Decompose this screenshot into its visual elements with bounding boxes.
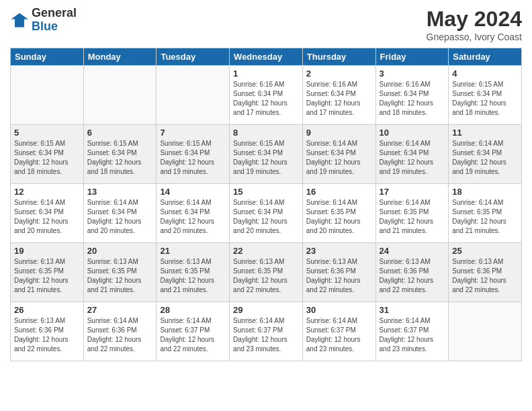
day-number: 25 bbox=[452, 246, 518, 256]
day-number: 19 bbox=[14, 246, 80, 256]
col-header-wednesday: Wednesday bbox=[230, 48, 303, 66]
day-number: 14 bbox=[160, 187, 226, 197]
day-number: 15 bbox=[233, 187, 299, 197]
calendar-week-row: 12Sunrise: 6:14 AM Sunset: 6:34 PM Dayli… bbox=[11, 184, 522, 243]
day-info: Sunrise: 6:13 AM Sunset: 6:35 PM Dayligh… bbox=[14, 257, 80, 295]
day-info: Sunrise: 6:13 AM Sunset: 6:36 PM Dayligh… bbox=[14, 316, 80, 354]
day-number: 2 bbox=[306, 68, 372, 79]
day-number: 11 bbox=[452, 128, 518, 138]
page: General Blue May 2024 Gnepasso, Ivory Co… bbox=[0, 0, 532, 411]
calendar-day-cell: 15Sunrise: 6:14 AM Sunset: 6:34 PM Dayli… bbox=[230, 184, 303, 243]
day-number: 6 bbox=[87, 128, 153, 138]
day-info: Sunrise: 6:14 AM Sunset: 6:34 PM Dayligh… bbox=[233, 198, 299, 236]
day-number: 21 bbox=[160, 246, 226, 256]
day-number: 9 bbox=[306, 128, 372, 138]
day-number: 20 bbox=[87, 246, 153, 256]
calendar-day-cell: 13Sunrise: 6:14 AM Sunset: 6:34 PM Dayli… bbox=[83, 184, 157, 243]
day-info: Sunrise: 6:14 AM Sunset: 6:34 PM Dayligh… bbox=[452, 139, 518, 177]
calendar-day-cell: 10Sunrise: 6:14 AM Sunset: 6:34 PM Dayli… bbox=[375, 125, 449, 184]
calendar-day-cell: 20Sunrise: 6:13 AM Sunset: 6:35 PM Dayli… bbox=[83, 243, 157, 302]
calendar-table: SundayMondayTuesdayWednesdayThursdayFrid… bbox=[10, 48, 522, 361]
day-info: Sunrise: 6:13 AM Sunset: 6:36 PM Dayligh… bbox=[380, 257, 445, 295]
calendar-day-cell: 5Sunrise: 6:15 AM Sunset: 6:34 PM Daylig… bbox=[11, 125, 84, 184]
col-header-saturday: Saturday bbox=[449, 48, 522, 66]
col-header-monday: Monday bbox=[83, 48, 157, 66]
calendar-day-cell bbox=[157, 66, 230, 125]
calendar-day-cell: 17Sunrise: 6:14 AM Sunset: 6:35 PM Dayli… bbox=[375, 184, 449, 243]
day-number: 23 bbox=[306, 246, 372, 256]
day-number: 27 bbox=[87, 305, 153, 315]
day-number: 5 bbox=[14, 128, 80, 138]
day-number: 18 bbox=[452, 187, 518, 197]
calendar-day-cell: 16Sunrise: 6:14 AM Sunset: 6:35 PM Dayli… bbox=[302, 184, 375, 243]
day-number: 12 bbox=[14, 187, 80, 197]
calendar-day-cell: 8Sunrise: 6:15 AM Sunset: 6:34 PM Daylig… bbox=[230, 125, 303, 184]
calendar-day-cell: 29Sunrise: 6:14 AM Sunset: 6:37 PM Dayli… bbox=[230, 302, 303, 361]
calendar-day-cell: 1Sunrise: 6:16 AM Sunset: 6:34 PM Daylig… bbox=[230, 66, 303, 125]
day-info: Sunrise: 6:14 AM Sunset: 6:37 PM Dayligh… bbox=[380, 316, 445, 354]
day-number: 22 bbox=[233, 246, 299, 256]
calendar-day-cell: 3Sunrise: 6:16 AM Sunset: 6:34 PM Daylig… bbox=[375, 66, 449, 125]
logo-text: General Blue bbox=[32, 7, 77, 34]
calendar-week-row: 1Sunrise: 6:16 AM Sunset: 6:34 PM Daylig… bbox=[11, 66, 522, 125]
calendar-day-cell: 21Sunrise: 6:13 AM Sunset: 6:35 PM Dayli… bbox=[157, 243, 230, 302]
day-number: 13 bbox=[87, 187, 153, 197]
day-number: 28 bbox=[160, 305, 226, 315]
day-info: Sunrise: 6:14 AM Sunset: 6:34 PM Dayligh… bbox=[87, 198, 153, 236]
col-header-friday: Friday bbox=[375, 48, 449, 66]
calendar-day-cell: 11Sunrise: 6:14 AM Sunset: 6:34 PM Dayli… bbox=[449, 125, 522, 184]
day-info: Sunrise: 6:14 AM Sunset: 6:35 PM Dayligh… bbox=[306, 198, 372, 236]
header: General Blue May 2024 Gnepasso, Ivory Co… bbox=[10, 7, 522, 42]
day-info: Sunrise: 6:14 AM Sunset: 6:35 PM Dayligh… bbox=[452, 198, 518, 236]
day-number: 4 bbox=[452, 68, 518, 79]
day-number: 3 bbox=[380, 68, 445, 79]
calendar-day-cell: 2Sunrise: 6:16 AM Sunset: 6:34 PM Daylig… bbox=[302, 66, 375, 125]
day-info: Sunrise: 6:15 AM Sunset: 6:34 PM Dayligh… bbox=[14, 139, 80, 177]
day-info: Sunrise: 6:14 AM Sunset: 6:37 PM Dayligh… bbox=[306, 316, 372, 354]
day-info: Sunrise: 6:14 AM Sunset: 6:36 PM Dayligh… bbox=[87, 316, 153, 354]
day-info: Sunrise: 6:14 AM Sunset: 6:34 PM Dayligh… bbox=[14, 198, 80, 236]
day-info: Sunrise: 6:14 AM Sunset: 6:37 PM Dayligh… bbox=[160, 316, 226, 354]
calendar-day-cell: 23Sunrise: 6:13 AM Sunset: 6:36 PM Dayli… bbox=[302, 243, 375, 302]
logo: General Blue bbox=[10, 7, 77, 34]
day-number: 10 bbox=[380, 128, 445, 138]
day-number: 16 bbox=[306, 187, 372, 197]
calendar-day-cell: 18Sunrise: 6:14 AM Sunset: 6:35 PM Dayli… bbox=[449, 184, 522, 243]
calendar-day-cell: 27Sunrise: 6:14 AM Sunset: 6:36 PM Dayli… bbox=[83, 302, 157, 361]
day-info: Sunrise: 6:13 AM Sunset: 6:35 PM Dayligh… bbox=[233, 257, 299, 295]
calendar-day-cell: 14Sunrise: 6:14 AM Sunset: 6:34 PM Dayli… bbox=[157, 184, 230, 243]
calendar-day-cell bbox=[449, 302, 522, 361]
calendar-week-row: 5Sunrise: 6:15 AM Sunset: 6:34 PM Daylig… bbox=[11, 125, 522, 184]
calendar-header-row: SundayMondayTuesdayWednesdayThursdayFrid… bbox=[11, 48, 522, 66]
day-info: Sunrise: 6:14 AM Sunset: 6:35 PM Dayligh… bbox=[380, 198, 445, 236]
calendar-day-cell: 9Sunrise: 6:14 AM Sunset: 6:34 PM Daylig… bbox=[302, 125, 375, 184]
day-info: Sunrise: 6:13 AM Sunset: 6:36 PM Dayligh… bbox=[452, 257, 518, 295]
calendar-week-row: 26Sunrise: 6:13 AM Sunset: 6:36 PM Dayli… bbox=[11, 302, 522, 361]
calendar-day-cell: 4Sunrise: 6:15 AM Sunset: 6:34 PM Daylig… bbox=[449, 66, 522, 125]
main-title: May 2024 bbox=[427, 7, 522, 32]
calendar-day-cell: 19Sunrise: 6:13 AM Sunset: 6:35 PM Dayli… bbox=[11, 243, 84, 302]
calendar-day-cell bbox=[83, 66, 157, 125]
day-number: 1 bbox=[233, 68, 299, 79]
day-info: Sunrise: 6:14 AM Sunset: 6:34 PM Dayligh… bbox=[380, 139, 445, 177]
day-number: 7 bbox=[160, 128, 226, 138]
day-info: Sunrise: 6:14 AM Sunset: 6:34 PM Dayligh… bbox=[160, 198, 226, 236]
day-info: Sunrise: 6:15 AM Sunset: 6:34 PM Dayligh… bbox=[160, 139, 226, 177]
title-area: May 2024 Gnepasso, Ivory Coast bbox=[427, 7, 522, 42]
day-number: 31 bbox=[380, 305, 445, 315]
calendar-day-cell: 30Sunrise: 6:14 AM Sunset: 6:37 PM Dayli… bbox=[302, 302, 375, 361]
day-info: Sunrise: 6:14 AM Sunset: 6:37 PM Dayligh… bbox=[233, 316, 299, 354]
day-info: Sunrise: 6:13 AM Sunset: 6:36 PM Dayligh… bbox=[306, 257, 372, 295]
col-header-tuesday: Tuesday bbox=[157, 48, 230, 66]
day-info: Sunrise: 6:14 AM Sunset: 6:34 PM Dayligh… bbox=[306, 139, 372, 177]
calendar-day-cell: 7Sunrise: 6:15 AM Sunset: 6:34 PM Daylig… bbox=[157, 125, 230, 184]
calendar-day-cell: 26Sunrise: 6:13 AM Sunset: 6:36 PM Dayli… bbox=[11, 302, 84, 361]
day-number: 30 bbox=[306, 305, 372, 315]
calendar-day-cell: 12Sunrise: 6:14 AM Sunset: 6:34 PM Dayli… bbox=[11, 184, 84, 243]
day-info: Sunrise: 6:13 AM Sunset: 6:35 PM Dayligh… bbox=[87, 257, 153, 295]
day-info: Sunrise: 6:16 AM Sunset: 6:34 PM Dayligh… bbox=[380, 80, 445, 118]
col-header-sunday: Sunday bbox=[11, 48, 84, 66]
day-number: 8 bbox=[233, 128, 299, 138]
day-number: 26 bbox=[14, 305, 80, 315]
day-number: 29 bbox=[233, 305, 299, 315]
